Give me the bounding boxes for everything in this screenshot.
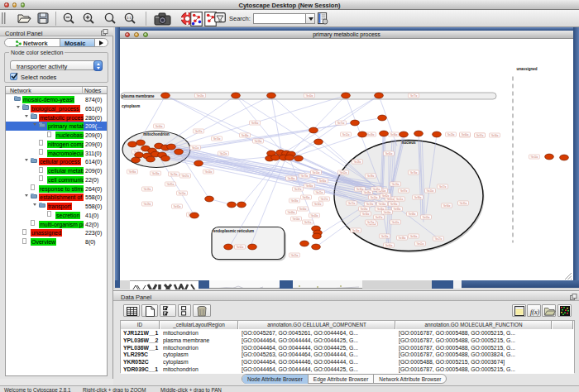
svg-text:Ybr64w: Ybr64w [385,243,393,246]
svg-text:Ybr45w: Ybr45w [373,187,380,190]
svg-text:Ybr23w: Ybr23w [447,132,455,136]
svg-text:Ybr53w: Ybr53w [381,234,389,237]
svg-text:Ybr41w: Ybr41w [396,197,404,200]
svg-text:Ybr72w: Ybr72w [348,201,356,204]
svg-text:Ybr02w: Ybr02w [340,170,347,174]
svg-text:Ybr94w: Ybr94w [443,203,451,207]
svg-text:Ybr44w: Ybr44w [205,170,213,173]
svg-text:Ybr29w: Ybr29w [144,202,151,205]
svg-text:Ybr42w: Ybr42w [392,220,400,223]
svg-text:Ybr67w: Ybr67w [376,215,383,218]
svg-text:Ybr20w: Ybr20w [427,189,434,192]
svg-text:Ybr31w: Ybr31w [460,201,467,204]
svg-text:cytoplasm: cytoplasm [122,103,140,108]
svg-text:Ybr97w: Ybr97w [476,133,484,136]
svg-text:Ybr84w: Ybr84w [306,184,313,187]
svg-text:Ybr68w: Ybr68w [409,212,416,215]
svg-text:plasma membrane: plasma membrane [122,93,155,98]
svg-text:Ybr25w: Ybr25w [291,253,299,256]
svg-text:Ybr11w: Ybr11w [192,146,199,149]
svg-text:Ybr00w: Ybr00w [156,124,163,127]
svg-text:Ybr65w: Ybr65w [385,151,393,155]
svg-text:Ybr24w: Ybr24w [371,195,378,198]
svg-text:Ybr17w: Ybr17w [321,197,328,200]
svg-text:Ybr18w: Ybr18w [144,187,151,190]
svg-text:Ybr92w: Ybr92w [174,204,181,208]
svg-text:Ybr16w: Ybr16w [352,228,360,232]
svg-text:Ybr69w: Ybr69w [288,210,295,213]
svg-text:Ybr43w: Ybr43w [311,213,318,217]
svg-text:endoplasmic reticulum: endoplasmic reticulum [213,228,254,232]
svg-text:Ybr14w: Ybr14w [531,155,538,158]
svg-text:Ybr73w: Ybr73w [301,174,309,177]
svg-text:Ybr95w: Ybr95w [303,195,310,198]
svg-text:Ybr55w: Ybr55w [179,191,186,194]
svg-text:Ybr08w: Ybr08w [364,190,371,194]
svg-text:Ybr03w: Ybr03w [197,93,204,97]
svg-text:Ybr93w: Ybr93w [390,202,398,205]
svg-text:Ybr75w: Ybr75w [367,220,375,223]
svg-text:mitochondrion: mitochondrion [143,132,170,136]
svg-text:Ybr96w: Ybr96w [129,170,136,173]
svg-text:nucleus: nucleus [401,141,416,145]
svg-text:Ybr10w: Ybr10w [313,170,320,174]
svg-text:Ybr32w: Ybr32w [314,202,322,205]
svg-text:Ybr27w: Ybr27w [435,237,443,240]
svg-text:Ybr07w: Ybr07w [182,174,189,177]
svg-text:Ybr83w: Ybr83w [394,207,401,210]
svg-text:Ybr12w: Ybr12w [342,132,350,136]
svg-text:Ybr90w: Ybr90w [410,234,418,237]
svg-text:Ybr98w: Ybr98w [414,195,422,198]
svg-text:unassigned: unassigned [516,66,537,70]
svg-text:Ybr91w: Ybr91w [304,220,312,223]
svg-text:Ybr80w: Ybr80w [319,179,327,182]
svg-text:f(x): f(x) [530,308,539,315]
svg-text:Ybr59w: Ybr59w [255,139,262,142]
svg-text:Ybr33w: Ybr33w [152,171,160,174]
svg-text:Ybr05w: Ybr05w [423,215,430,218]
svg-text:Ybr76w: Ybr76w [410,170,418,174]
svg-text:Ybr86w: Ybr86w [390,132,398,136]
svg-text:Ybr37w: Ybr37w [195,129,203,132]
svg-text:Ybr74w: Ybr74w [213,136,221,140]
svg-text:1:1: 1:1 [127,16,132,20]
svg-text:Ybr60w: Ybr60w [462,132,469,136]
svg-text:Ybr62w: Ybr62w [237,245,244,248]
svg-text:Ybr13w: Ybr13w [392,182,400,185]
svg-text:Ybr40w: Ybr40w [306,93,313,97]
svg-text:Ybr39w: Ybr39w [367,174,375,177]
svg-text:Ybr47w: Ybr47w [294,187,302,190]
svg-text:Ybr58w: Ybr58w [291,198,299,202]
svg-text:Ybr54w: Ybr54w [293,217,300,220]
svg-text:Ybr85w: Ybr85w [251,121,259,124]
svg-text:Ybr38w: Ybr38w [399,236,406,239]
svg-text:Ybr82w: Ybr82w [382,194,390,197]
svg-text:Ybr87w: Ybr87w [400,189,408,192]
svg-text:Ybr48w: Ybr48w [242,133,249,136]
svg-text:Ybr06w: Ybr06w [299,207,307,210]
svg-text:Ybr57w: Ybr57w [439,184,447,188]
svg-text:Ybr22w: Ybr22w [220,151,227,155]
svg-text:Ybr77w: Ybr77w [410,93,418,97]
svg-text:Ybr56w: Ybr56w [379,202,386,205]
svg-text:Ybr01w: Ybr01w [417,241,424,245]
svg-text:Ybr81w: Ybr81w [167,182,175,185]
svg-text:Ybr04w: Ybr04w [384,210,391,213]
svg-text:Ybr49w: Ybr49w [367,132,375,136]
svg-text:Ybr36w: Ybr36w [288,176,295,179]
svg-text:Ybr71w: Ybr71w [337,121,345,124]
svg-text:Ybr09w: Ybr09w [361,207,368,210]
svg-text:Ybr30w: Ybr30w [362,212,370,215]
svg-text:Ybr28w: Ybr28w [354,160,361,163]
svg-text:Ybr34w: Ybr34w [491,133,499,136]
svg-text:Ybr19w: Ybr19w [366,202,374,205]
svg-text:Ybr21w: Ybr21w [316,190,323,194]
svg-text:Ybr70w: Ybr70w [170,172,178,175]
